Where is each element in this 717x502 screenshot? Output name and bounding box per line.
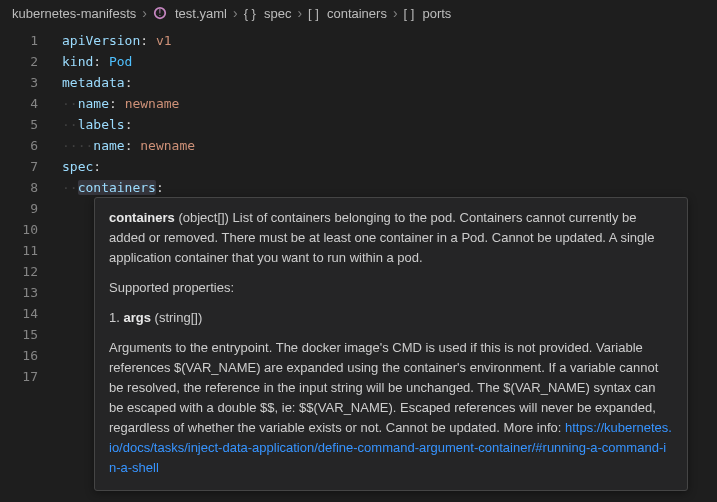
braces-icon: { } — [244, 6, 256, 21]
token: : — [93, 159, 101, 174]
hover-property-desc: Arguments to the entrypoint. The docker … — [109, 338, 673, 478]
yaml-key: spec — [62, 159, 93, 174]
breadcrumb-item-file[interactable]: test.yaml — [175, 6, 227, 21]
code-line[interactable]: apiVersion: v1 — [62, 30, 717, 51]
yaml-key: apiVersion — [62, 33, 140, 48]
line-number: 4 — [0, 93, 56, 114]
token: : — [125, 138, 141, 153]
line-number: 13 — [0, 282, 56, 303]
code-line[interactable]: ····name: newname — [62, 135, 717, 156]
breadcrumb-separator: › — [297, 5, 302, 21]
array-icon: [ ] — [308, 6, 319, 21]
token: : — [125, 75, 133, 90]
line-number: 12 — [0, 261, 56, 282]
breadcrumb-separator: › — [142, 5, 147, 21]
line-number: 9 — [0, 198, 56, 219]
indent-guide: ·· — [62, 117, 78, 132]
line-number: 11 — [0, 240, 56, 261]
hover-supported-heading: Supported properties: — [109, 278, 673, 298]
code-line[interactable]: kind: Pod — [62, 51, 717, 72]
yaml-key: metadata — [62, 75, 125, 90]
line-number: 15 — [0, 324, 56, 345]
line-number: 17 — [0, 366, 56, 387]
breadcrumb-item-spec[interactable]: spec — [264, 6, 291, 21]
token: : — [140, 33, 156, 48]
yaml-key: name — [78, 96, 109, 111]
breadcrumb-item-folder[interactable]: kubernetes-manifests — [12, 6, 136, 21]
yaml-value: newname — [125, 96, 180, 111]
line-number: 16 — [0, 345, 56, 366]
yaml-value: newname — [140, 138, 195, 153]
hover-property-item: 1. args (string[]) — [109, 308, 673, 328]
code-line[interactable]: ··name: newname — [62, 93, 717, 114]
line-number: 10 — [0, 219, 56, 240]
line-number: 3 — [0, 72, 56, 93]
breadcrumb-item-containers[interactable]: containers — [327, 6, 387, 21]
line-number: 8 — [0, 177, 56, 198]
hover-tooltip[interactable]: containers (object[]) List of containers… — [94, 197, 688, 491]
breadcrumb-separator: › — [393, 5, 398, 21]
token: : — [109, 96, 125, 111]
token: : — [125, 117, 133, 132]
hover-key-name: containers — [109, 210, 175, 225]
token: : — [156, 180, 164, 195]
indent-guide: ·· — [62, 96, 78, 111]
yaml-key: labels — [78, 117, 125, 132]
line-number: 7 — [0, 156, 56, 177]
hover-key-type: (object[]) — [178, 210, 229, 225]
svg-text:!: ! — [157, 8, 162, 18]
array-icon: [ ] — [404, 6, 415, 21]
yaml-key: name — [93, 138, 124, 153]
breadcrumb-separator: › — [233, 5, 238, 21]
token: : — [93, 54, 109, 69]
yaml-file-icon: ! — [153, 6, 167, 20]
hover-description: containers (object[]) List of containers… — [109, 208, 673, 268]
code-line[interactable]: spec: — [62, 156, 717, 177]
line-number: 14 — [0, 303, 56, 324]
breadcrumb-item-ports[interactable]: ports — [422, 6, 451, 21]
yaml-value: v1 — [156, 33, 172, 48]
line-number: 1 — [0, 30, 56, 51]
code-line[interactable]: ··containers: — [62, 177, 717, 198]
yaml-value: Pod — [109, 54, 132, 69]
yaml-key: containers — [78, 180, 156, 195]
code-line[interactable]: metadata: — [62, 72, 717, 93]
line-number-gutter: 1234567891011121314151617 — [0, 26, 56, 502]
indent-guide: ·· — [62, 180, 78, 195]
line-number: 2 — [0, 51, 56, 72]
indent-guide: ···· — [62, 138, 93, 153]
yaml-key: kind — [62, 54, 93, 69]
breadcrumb[interactable]: kubernetes-manifests › ! test.yaml › { }… — [0, 0, 717, 26]
code-line[interactable]: ··labels: — [62, 114, 717, 135]
line-number: 6 — [0, 135, 56, 156]
line-number: 5 — [0, 114, 56, 135]
